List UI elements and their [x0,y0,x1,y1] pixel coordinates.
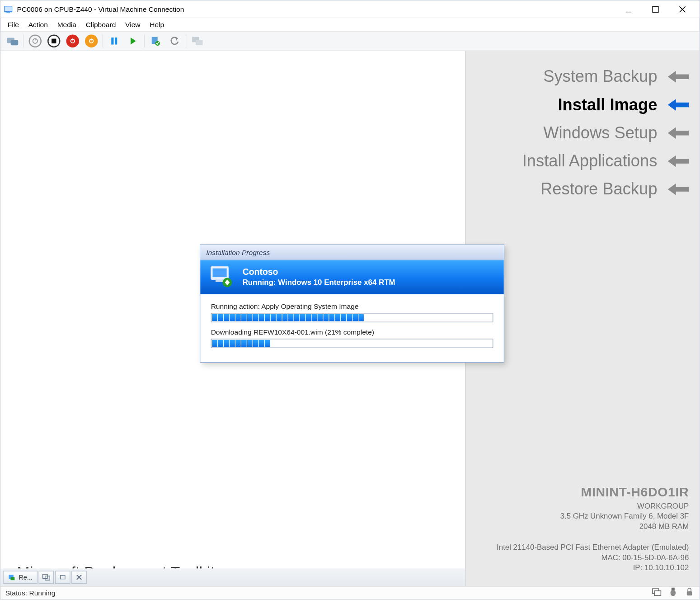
svg-marker-22 [668,99,689,111]
arrow-left-icon [668,71,689,83]
svg-rect-12 [91,39,92,41]
vm-viewport[interactable]: System BackupInstall ImageWindows SetupI… [0,51,699,586]
app-icon [4,5,14,14]
task-item-label: Re... [19,574,32,581]
arrow-left-icon [668,99,689,111]
arrow-left-icon [668,127,689,139]
start-button[interactable] [27,33,43,49]
svg-rect-28 [216,280,224,282]
checkpoint-button[interactable] [148,33,164,49]
step-row-restore-backup: Restore Backup [465,180,689,198]
dialog-org-label: Contoso [243,267,395,277]
step-label: Windows Setup [543,123,657,142]
step-row-windows-setup: Windows Setup [465,123,689,142]
ctrl-alt-del-button[interactable] [4,33,20,49]
step-label: Install Applications [522,152,658,170]
progress-bar-action [211,313,493,322]
reset-button[interactable] [83,33,99,49]
arrow-left-icon [668,155,689,167]
taskbar-task-item[interactable]: Re... [3,571,38,584]
statusbar: Status: Running [0,586,699,599]
arrow-left-icon [668,184,689,195]
computer-install-icon [208,265,234,288]
dialog-running-label: Running: Windows 10 Enterprise x64 RTM [243,278,395,286]
svg-rect-35 [61,576,65,579]
sysinfo-ram: 2048 MB RAM [497,521,689,532]
svg-rect-8 [35,38,36,40]
svg-rect-14 [115,38,117,45]
running-action-label: Running action: Apply Operating System I… [211,302,493,311]
sysinfo-mac: MAC: 00-15-5D-0A-6A-96 [497,552,689,563]
lock-icon[interactable] [684,586,695,599]
svg-rect-40 [687,591,692,595]
progress-bar-download [211,339,493,348]
svg-marker-15 [131,38,136,45]
titlebar: PC0006 on CPUB-Z440 - Virtual Machine Co… [0,0,699,18]
sysinfo-workgroup: WORKGROUP [497,501,689,511]
shutdown-button[interactable] [65,33,81,49]
sysinfo-ip: IP: 10.10.10.102 [497,563,689,573]
step-row-install-image: Install Image [465,95,689,114]
svg-rect-32 [10,577,14,580]
svg-rect-6 [11,40,19,45]
step-label: Install Image [558,95,657,114]
toolbar [0,31,699,51]
menu-action[interactable]: Action [23,19,52,30]
svg-rect-2 [6,12,10,13]
svg-rect-4 [653,6,658,12]
svg-marker-24 [668,155,689,167]
step-row-system-backup: System Backup [465,67,689,86]
status-text: Status: Running [5,589,56,597]
menu-help[interactable]: Help [145,19,169,30]
revert-button[interactable] [166,33,183,49]
taskbar-cascade-button[interactable] [39,571,54,584]
menubar: File Action Media Clipboard View Help [0,18,699,31]
enhanced-session-button[interactable] [189,33,206,49]
resume-button[interactable] [125,33,141,49]
svg-rect-20 [196,40,203,45]
svg-point-39 [671,590,676,596]
svg-rect-3 [625,11,631,12]
maximize-button[interactable] [642,0,669,18]
step-label: System Backup [543,67,657,86]
sysinfo-cpu: 3.5 GHz Unknown Family 6, Model 3F [497,511,689,522]
menu-file[interactable]: File [3,19,23,30]
menu-clipboard[interactable]: Clipboard [81,19,120,30]
svg-marker-23 [668,127,689,139]
window-title: PC0006 on CPUB-Z440 - Virtual Machine Co… [17,5,184,13]
step-row-install-applications: Install Applications [465,152,689,170]
svg-rect-10 [72,39,73,41]
sysinfo-nic: Intel 21140-Based PCI Fast Ethernet Adap… [497,542,689,552]
download-progress-label: Downloading REFW10X64-001.wim (21% compl… [211,328,493,336]
system-info-panel: MININT-H6DO1IR WORKGROUP 3.5 GHz Unknown… [497,483,689,573]
step-label: Restore Backup [540,180,657,198]
svg-rect-37 [654,591,661,595]
menu-media[interactable]: Media [52,19,81,30]
usb-device-icon[interactable] [668,586,678,599]
task-item-icon [8,574,15,581]
sysinfo-hostname: MININT-H6DO1IR [497,483,689,500]
turn-off-button[interactable] [46,33,62,49]
taskbar-close-button[interactable] [71,571,87,584]
svg-rect-13 [111,38,113,45]
svg-rect-27 [213,269,227,277]
svg-marker-21 [668,71,689,83]
svg-rect-1 [5,6,12,11]
close-button[interactable] [669,0,696,18]
installation-progress-dialog: Installation Progress Contoso Running: W… [200,245,504,363]
minimize-button[interactable] [615,0,642,18]
display-config-icon[interactable] [651,586,662,599]
pause-button[interactable] [106,33,122,49]
svg-marker-25 [668,184,689,195]
dialog-title: Installation Progress [200,245,503,260]
menu-view[interactable]: View [121,19,145,30]
taskbar-restore-button[interactable] [55,571,70,584]
vm-taskbar: Re... [0,568,465,586]
